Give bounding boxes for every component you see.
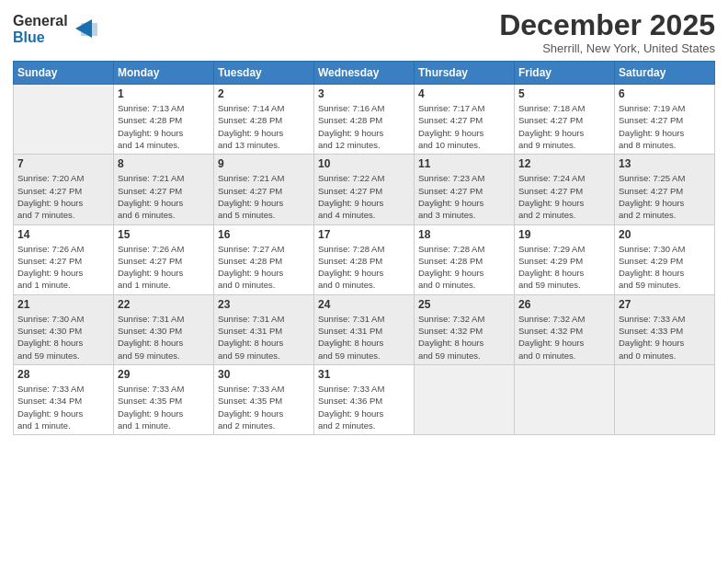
day-number: 21 bbox=[17, 298, 109, 311]
calendar-cell: 28Sunrise: 7:33 AM Sunset: 4:34 PM Dayli… bbox=[14, 364, 114, 434]
calendar-cell: 5Sunrise: 7:18 AM Sunset: 4:27 PM Daylig… bbox=[515, 85, 615, 155]
calendar-cell: 21Sunrise: 7:30 AM Sunset: 4:30 PM Dayli… bbox=[14, 294, 114, 364]
day-number: 10 bbox=[318, 157, 410, 170]
calendar-cell: 27Sunrise: 7:33 AM Sunset: 4:33 PM Dayli… bbox=[615, 294, 715, 364]
day-info: Sunrise: 7:25 AM Sunset: 4:27 PM Dayligh… bbox=[619, 172, 711, 221]
header-row: Sunday Monday Tuesday Wednesday Thursday… bbox=[14, 62, 715, 85]
day-info: Sunrise: 7:33 AM Sunset: 4:34 PM Dayligh… bbox=[17, 383, 109, 431]
calendar-cell: 2Sunrise: 7:14 AM Sunset: 4:28 PM Daylig… bbox=[214, 85, 314, 155]
day-number: 29 bbox=[118, 368, 210, 381]
day-number: 15 bbox=[118, 228, 210, 241]
calendar-cell bbox=[14, 85, 114, 155]
day-number: 1 bbox=[118, 87, 210, 100]
day-info: Sunrise: 7:33 AM Sunset: 4:35 PM Dayligh… bbox=[118, 383, 210, 431]
calendar-week-2: 7Sunrise: 7:20 AM Sunset: 4:27 PM Daylig… bbox=[14, 155, 715, 224]
calendar-week-5: 28Sunrise: 7:33 AM Sunset: 4:34 PM Dayli… bbox=[14, 364, 715, 434]
day-info: Sunrise: 7:33 AM Sunset: 4:33 PM Dayligh… bbox=[619, 313, 711, 362]
calendar-week-1: 1Sunrise: 7:13 AM Sunset: 4:28 PM Daylig… bbox=[14, 85, 715, 155]
calendar-cell: 29Sunrise: 7:33 AM Sunset: 4:35 PM Dayli… bbox=[114, 364, 214, 434]
day-info: Sunrise: 7:18 AM Sunset: 4:27 PM Dayligh… bbox=[518, 102, 610, 151]
day-info: Sunrise: 7:31 AM Sunset: 4:31 PM Dayligh… bbox=[218, 313, 310, 362]
day-number: 13 bbox=[619, 157, 711, 170]
day-info: Sunrise: 7:27 AM Sunset: 4:28 PM Dayligh… bbox=[218, 243, 310, 292]
col-saturday: Saturday bbox=[615, 62, 715, 85]
calendar-cell: 6Sunrise: 7:19 AM Sunset: 4:27 PM Daylig… bbox=[615, 85, 715, 155]
logo-blue: Blue bbox=[13, 29, 68, 46]
day-number: 20 bbox=[619, 228, 711, 241]
calendar-cell: 30Sunrise: 7:33 AM Sunset: 4:35 PM Dayli… bbox=[214, 364, 314, 434]
month-title: December 2025 bbox=[499, 9, 715, 41]
calendar-cell: 1Sunrise: 7:13 AM Sunset: 4:28 PM Daylig… bbox=[114, 85, 214, 155]
calendar-table: Sunday Monday Tuesday Wednesday Thursday… bbox=[13, 61, 715, 435]
day-number: 30 bbox=[218, 368, 310, 381]
page: General Blue December 2025 Sherrill, New… bbox=[0, 0, 728, 563]
day-info: Sunrise: 7:33 AM Sunset: 4:36 PM Dayligh… bbox=[318, 383, 410, 431]
day-number: 28 bbox=[17, 368, 109, 381]
col-friday: Friday bbox=[515, 62, 615, 85]
day-info: Sunrise: 7:32 AM Sunset: 4:32 PM Dayligh… bbox=[518, 313, 610, 362]
day-info: Sunrise: 7:32 AM Sunset: 4:32 PM Dayligh… bbox=[418, 313, 510, 362]
day-info: Sunrise: 7:26 AM Sunset: 4:27 PM Dayligh… bbox=[17, 243, 109, 292]
day-number: 7 bbox=[17, 157, 109, 170]
day-number: 9 bbox=[218, 157, 310, 170]
day-number: 26 bbox=[518, 298, 610, 311]
day-info: Sunrise: 7:28 AM Sunset: 4:28 PM Dayligh… bbox=[318, 243, 410, 292]
calendar-cell: 23Sunrise: 7:31 AM Sunset: 4:31 PM Dayli… bbox=[214, 294, 314, 364]
calendar-cell: 3Sunrise: 7:16 AM Sunset: 4:28 PM Daylig… bbox=[314, 85, 415, 155]
day-info: Sunrise: 7:30 AM Sunset: 4:29 PM Dayligh… bbox=[619, 243, 711, 292]
day-info: Sunrise: 7:23 AM Sunset: 4:27 PM Dayligh… bbox=[418, 172, 510, 221]
day-number: 2 bbox=[218, 87, 310, 100]
day-info: Sunrise: 7:30 AM Sunset: 4:30 PM Dayligh… bbox=[17, 313, 109, 362]
logo-general: General bbox=[13, 13, 68, 29]
calendar-cell bbox=[515, 364, 615, 434]
col-sunday: Sunday bbox=[14, 62, 114, 85]
calendar-cell: 31Sunrise: 7:33 AM Sunset: 4:36 PM Dayli… bbox=[314, 364, 415, 434]
day-info: Sunrise: 7:29 AM Sunset: 4:29 PM Dayligh… bbox=[518, 243, 610, 292]
logo-text: General Blue bbox=[13, 13, 68, 45]
location: Sherrill, New York, United States bbox=[499, 41, 715, 55]
day-number: 14 bbox=[17, 228, 109, 241]
calendar-cell: 8Sunrise: 7:21 AM Sunset: 4:27 PM Daylig… bbox=[114, 155, 214, 224]
calendar-cell: 4Sunrise: 7:17 AM Sunset: 4:27 PM Daylig… bbox=[415, 85, 515, 155]
day-info: Sunrise: 7:16 AM Sunset: 4:28 PM Dayligh… bbox=[318, 102, 410, 151]
day-info: Sunrise: 7:31 AM Sunset: 4:30 PM Dayligh… bbox=[118, 313, 210, 362]
day-number: 19 bbox=[518, 228, 610, 241]
day-number: 18 bbox=[418, 228, 510, 241]
header: General Blue December 2025 Sherrill, New… bbox=[13, 9, 715, 55]
day-number: 23 bbox=[218, 298, 310, 311]
day-info: Sunrise: 7:20 AM Sunset: 4:27 PM Dayligh… bbox=[17, 172, 109, 221]
calendar-cell: 16Sunrise: 7:27 AM Sunset: 4:28 PM Dayli… bbox=[214, 224, 314, 294]
calendar-cell: 7Sunrise: 7:20 AM Sunset: 4:27 PM Daylig… bbox=[14, 155, 114, 224]
day-number: 5 bbox=[518, 87, 610, 100]
calendar-cell: 24Sunrise: 7:31 AM Sunset: 4:31 PM Dayli… bbox=[314, 294, 415, 364]
col-tuesday: Tuesday bbox=[214, 62, 314, 85]
calendar-cell: 18Sunrise: 7:28 AM Sunset: 4:28 PM Dayli… bbox=[415, 224, 515, 294]
day-info: Sunrise: 7:33 AM Sunset: 4:35 PM Dayligh… bbox=[218, 383, 310, 431]
day-info: Sunrise: 7:17 AM Sunset: 4:27 PM Dayligh… bbox=[418, 102, 510, 151]
logo: General Blue bbox=[13, 13, 99, 45]
day-number: 27 bbox=[619, 298, 711, 311]
logo-icon bbox=[72, 16, 99, 43]
col-thursday: Thursday bbox=[415, 62, 515, 85]
title-block: December 2025 Sherrill, New York, United… bbox=[499, 9, 715, 55]
day-number: 3 bbox=[318, 87, 410, 100]
day-number: 4 bbox=[418, 87, 510, 100]
day-info: Sunrise: 7:19 AM Sunset: 4:27 PM Dayligh… bbox=[619, 102, 711, 151]
calendar-cell: 9Sunrise: 7:21 AM Sunset: 4:27 PM Daylig… bbox=[214, 155, 314, 224]
day-info: Sunrise: 7:21 AM Sunset: 4:27 PM Dayligh… bbox=[218, 172, 310, 221]
calendar-cell: 17Sunrise: 7:28 AM Sunset: 4:28 PM Dayli… bbox=[314, 224, 415, 294]
day-number: 16 bbox=[218, 228, 310, 241]
day-number: 11 bbox=[418, 157, 510, 170]
calendar-cell: 12Sunrise: 7:24 AM Sunset: 4:27 PM Dayli… bbox=[515, 155, 615, 224]
calendar-cell: 14Sunrise: 7:26 AM Sunset: 4:27 PM Dayli… bbox=[14, 224, 114, 294]
day-info: Sunrise: 7:13 AM Sunset: 4:28 PM Dayligh… bbox=[118, 102, 210, 151]
calendar-cell: 11Sunrise: 7:23 AM Sunset: 4:27 PM Dayli… bbox=[415, 155, 515, 224]
col-monday: Monday bbox=[114, 62, 214, 85]
day-info: Sunrise: 7:21 AM Sunset: 4:27 PM Dayligh… bbox=[118, 172, 210, 221]
day-number: 22 bbox=[118, 298, 210, 311]
calendar-cell: 22Sunrise: 7:31 AM Sunset: 4:30 PM Dayli… bbox=[114, 294, 214, 364]
col-wednesday: Wednesday bbox=[314, 62, 415, 85]
day-number: 8 bbox=[118, 157, 210, 170]
calendar-week-3: 14Sunrise: 7:26 AM Sunset: 4:27 PM Dayli… bbox=[14, 224, 715, 294]
day-number: 17 bbox=[318, 228, 410, 241]
